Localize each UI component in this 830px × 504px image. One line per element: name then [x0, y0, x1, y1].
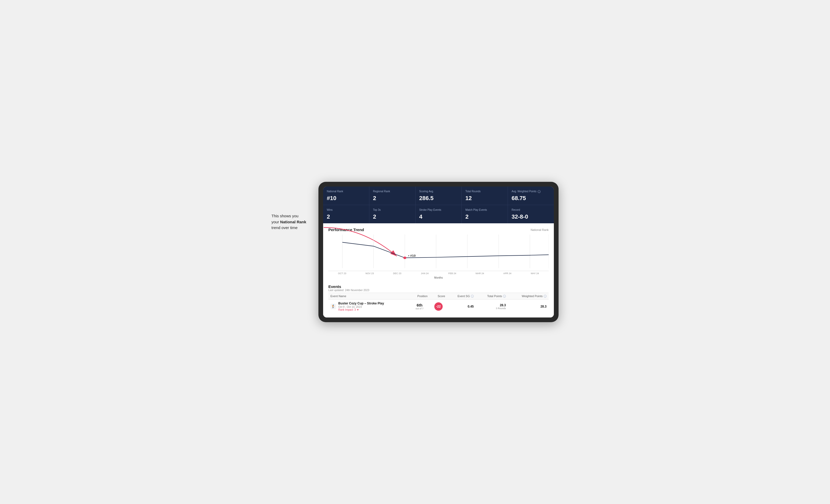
stat-national-rank: National Rank #10	[323, 187, 369, 205]
event-position-cell: 6th out of 7	[410, 300, 429, 313]
stat-regional-rank: Regional Rank 2	[369, 187, 415, 205]
rank-impact-arrow: ▼	[356, 308, 359, 311]
table-row[interactable]: 🏌 Buster Cozy Cup – Stroke Play Oct 9 - …	[328, 300, 549, 313]
events-section: Events Last updated: 24th November 2023 …	[328, 284, 549, 313]
event-icon: 🏌	[330, 304, 336, 309]
stats-grid-row1: National Rank #10 Regional Rank 2 Scorin…	[323, 187, 554, 205]
th-score: Score	[429, 293, 447, 300]
stat-top3s: Top 3s 2	[369, 205, 415, 223]
svg-text:• #10: • #10	[408, 254, 416, 257]
event-score-cell: -22	[429, 300, 447, 313]
tablet-device: National Rank #10 Regional Rank 2 Scorin…	[318, 182, 558, 322]
chart-container: • #10	[328, 235, 549, 271]
th-total-points: Total Points i	[476, 293, 508, 300]
event-total-points-cell: 28.3 3 Rounds	[476, 300, 508, 313]
stat-record: Record 32-8-0	[508, 205, 554, 223]
svg-point-9	[403, 257, 406, 259]
chart-x-label: FEB 24	[439, 272, 466, 275]
annotation-text: This shows you your National Rank trend …	[272, 213, 306, 231]
event-sg-cell: 0.45	[447, 300, 476, 313]
score-badge: -22	[434, 302, 443, 311]
th-weighted-points: Weighted Points i	[508, 293, 549, 300]
chart-x-label: JAN 24	[411, 272, 439, 275]
stat-scoring-avg: Scoring Avg. 286.5	[416, 187, 461, 205]
info-icon-weighted[interactable]: i	[538, 190, 541, 193]
stat-total-rounds: Total Rounds 12	[462, 187, 508, 205]
content-area: Performance Trend National Rank	[323, 223, 554, 317]
th-event-sg: Event SG i	[447, 293, 476, 300]
stats-grid-row2: Wins 2 Top 3s 2 Stroke Play Events 4 Mat…	[323, 205, 554, 223]
event-weighted-points-cell: 28.3	[508, 300, 549, 313]
th-event-name: Event Name	[328, 293, 410, 300]
th-position: Position	[410, 293, 429, 300]
chart-x-label: NOV 23	[356, 272, 384, 275]
chart-x-label: APR 24	[493, 272, 521, 275]
events-title: Events	[328, 284, 549, 289]
events-header: Events Last updated: 24th November 2023	[328, 284, 549, 292]
stat-avg-weighted-points: Avg. Weighted Points i 68.75	[508, 187, 554, 205]
stat-match-play-events: Match Play Events 2	[462, 205, 508, 223]
stat-stroke-play-events: Stroke Play Events 4	[416, 205, 461, 223]
events-table: Event Name Position Score Event SG i	[328, 293, 549, 313]
chart-section: Performance Trend National Rank	[328, 228, 549, 279]
info-icon-event-sg[interactable]: i	[471, 295, 474, 298]
chart-x-labels: OCT 23 NOV 23 DEC 23 JAN 24 FEB 24 MAR 2…	[328, 271, 549, 276]
info-icon-weighted-points[interactable]: i	[544, 295, 547, 298]
chart-title: Performance Trend	[328, 228, 364, 232]
events-updated: Last updated: 24th November 2023	[328, 289, 549, 292]
chart-header: Performance Trend National Rank	[328, 228, 549, 232]
chart-svg: • #10	[328, 235, 549, 271]
chart-x-label: OCT 23	[328, 272, 356, 275]
chart-subtitle: National Rank	[531, 228, 549, 231]
page-wrapper: This shows you your National Rank trend …	[272, 182, 558, 322]
event-name-cell: 🏌 Buster Cozy Cup – Stroke Play Oct 9 - …	[328, 300, 410, 313]
chart-x-axis-title: Months	[328, 276, 549, 279]
info-icon-total-points[interactable]: i	[503, 295, 506, 298]
tablet-screen: National Rank #10 Regional Rank 2 Scorin…	[323, 187, 554, 317]
chart-x-label: MAY 24	[521, 272, 549, 275]
chart-x-label: MAR 24	[466, 272, 494, 275]
chart-x-label: DEC 23	[383, 272, 411, 275]
stat-wins: Wins 2	[323, 205, 369, 223]
